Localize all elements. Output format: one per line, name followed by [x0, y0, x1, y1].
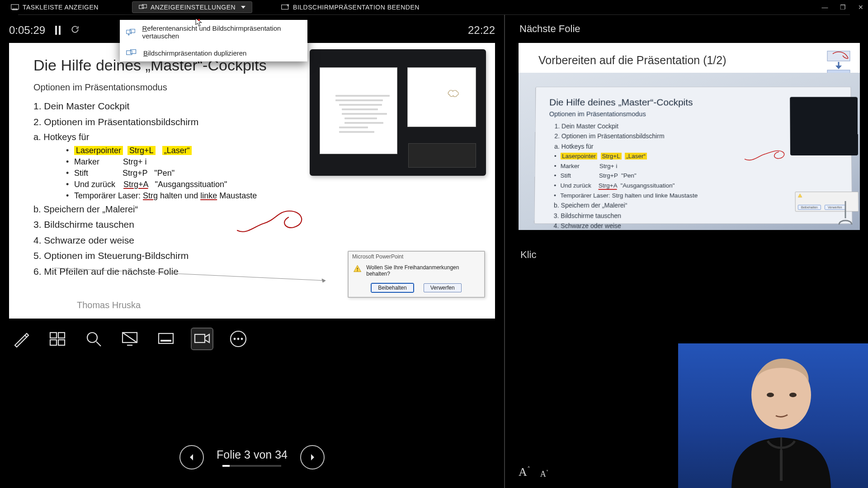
camera-toggle-button[interactable] — [192, 328, 212, 349]
increase-font-button[interactable]: A˄ — [519, 465, 530, 479]
show-taskbar-label: TASKLEISTE ANZEIGEN — [23, 4, 99, 11]
svg-rect-7 — [127, 30, 132, 34]
restore-button[interactable]: ❐ — [840, 4, 846, 11]
elapsed-time: 0:05:29 — [9, 24, 45, 37]
taskbar-icon — [11, 4, 19, 10]
window-controls: — ❐ ✕ — [822, 4, 864, 11]
svg-point-27 — [237, 338, 240, 340]
next-slide-button[interactable] — [300, 445, 325, 469]
svg-rect-23 — [160, 340, 171, 342]
more-options-button[interactable] — [228, 328, 249, 349]
current-time: 22:22 — [468, 24, 495, 37]
warning-icon — [353, 264, 362, 273]
slide-nav: Folie 3 von 34 — [0, 445, 504, 469]
notes-area[interactable]: Klic — [520, 249, 860, 261]
svg-point-18 — [87, 333, 97, 343]
timer-controls — [55, 24, 80, 37]
end-slideshow-label: BILDSCHIRMPRÄSENTATION BEENDEN — [293, 4, 420, 11]
slide-author: Thomas Hruska — [77, 300, 141, 310]
current-slide-pane: 0:05:29 22:22 Die Hilfe deines „Master“-… — [0, 15, 504, 488]
mouse-cursor-icon — [195, 18, 203, 29]
svg-rect-8 — [130, 29, 135, 33]
prev-slide-button[interactable] — [179, 445, 204, 469]
see-all-slides-button[interactable] — [47, 328, 68, 349]
svg-rect-10 — [131, 50, 136, 54]
current-slide[interactable]: Die Hilfe deines „Master“-Cockpits Optio… — [9, 43, 495, 319]
subtitle-toggle-button[interactable] — [156, 328, 176, 349]
svg-rect-16 — [50, 340, 57, 345]
show-taskbar-button[interactable]: TASKLEISTE ANZEIGEN — [5, 2, 105, 13]
monitors-icon — [139, 4, 147, 10]
slide-bullet: Temporärer Laser: Strg halten und linke … — [66, 190, 479, 202]
display-settings-dropdown: Referentenansicht und Bildschirmpräsenta… — [120, 20, 307, 61]
next-slide-heading: Nächste Folie — [519, 23, 860, 35]
black-screen-button[interactable] — [119, 328, 140, 349]
duplicate-monitors-icon — [126, 49, 137, 57]
svg-rect-9 — [127, 51, 132, 55]
swap-presenter-view-item[interactable]: Referentenansicht und Bildschirmpräsenta… — [120, 20, 307, 44]
svg-point-13 — [357, 270, 358, 271]
svg-rect-22 — [159, 333, 173, 343]
dialog-title: Microsoft PowerPoint — [349, 252, 484, 262]
duplicate-slideshow-item[interactable]: Bildschirmpräsentation duplizieren — [120, 44, 307, 61]
chevron-down-icon — [241, 6, 245, 9]
svg-line-19 — [96, 342, 101, 346]
display-settings-button[interactable]: ANZEIGEEINSTELLUNGEN — [132, 1, 252, 13]
red-scribble — [235, 206, 312, 237]
svg-rect-4 — [282, 5, 288, 9]
keep-ink-button[interactable]: Beibehalten — [371, 283, 413, 292]
display-settings-label: ANZEIGEEINSTELLUNGEN — [151, 4, 236, 11]
pause-timer-button[interactable] — [55, 26, 61, 35]
svg-rect-14 — [50, 333, 57, 338]
ink-save-dialog: Microsoft PowerPoint Wollen Sie Ihre Fre… — [348, 251, 485, 298]
reset-timer-button[interactable] — [71, 24, 80, 37]
svg-rect-17 — [58, 340, 65, 345]
webcam-feed[interactable] — [678, 343, 868, 488]
brain-icon — [447, 89, 462, 100]
pen-tool-button[interactable] — [11, 328, 32, 349]
minimize-button[interactable]: — — [822, 4, 829, 11]
svg-rect-15 — [58, 333, 65, 338]
end-show-icon — [281, 4, 289, 10]
decrease-font-button[interactable]: A˅ — [540, 469, 548, 479]
svg-point-28 — [241, 338, 243, 340]
svg-rect-0 — [11, 5, 19, 9]
svg-point-33 — [789, 393, 797, 397]
presenter-main: 0:05:29 22:22 Die Hilfe deines „Master“-… — [0, 15, 868, 488]
presenter-silhouette — [713, 345, 849, 488]
swap-monitors-icon — [126, 28, 136, 36]
monitor-stand-icon — [836, 200, 854, 225]
slide-progress — [222, 465, 281, 467]
svg-point-11 — [198, 19, 200, 21]
zoom-tool-button[interactable] — [83, 328, 104, 349]
dialog-message: Wollen Sie Ihre Freihandanmerkungen beha… — [366, 264, 480, 277]
close-button[interactable]: ✕ — [858, 4, 864, 11]
mini-cockpit-thumb — [790, 97, 858, 155]
slide-counter: Folie 3 von 34 — [217, 448, 288, 461]
next-slide-preview[interactable]: Vorbereiten auf die Präsentation (1/2) 1… — [519, 43, 860, 230]
slide-bullet: Und zurückStrg+A "Ausgangssituation" — [66, 179, 479, 190]
cockpit-screenshot — [310, 49, 486, 176]
notes-font-controls: A˄ A˅ — [519, 465, 548, 479]
discard-ink-button[interactable]: Verwerfen — [424, 283, 462, 292]
presenter-topbar: TASKLEISTE ANZEIGEN ANZEIGEEINSTELLUNGEN… — [0, 0, 868, 14]
projected-slide-photo: Die Hilfe deines „Master“-Cockpits Optio… — [519, 73, 860, 230]
swap-presenter-view-label: Referentenansicht und Bildschirmpräsenta… — [142, 24, 301, 40]
next-slide-pane: Nächste Folie Vorbereiten auf die Präsen… — [504, 15, 868, 488]
duplicate-slideshow-label: Bildschirmpräsentation duplizieren — [143, 49, 246, 57]
presenter-tools — [0, 319, 504, 359]
svg-point-26 — [234, 338, 236, 340]
next-slide-title: Vorbereiten auf die Präsentation (1/2) — [538, 54, 850, 67]
svg-rect-24 — [195, 334, 205, 343]
end-slideshow-button[interactable]: BILDSCHIRMPRÄSENTATION BEENDEN — [275, 2, 426, 13]
svg-point-32 — [767, 393, 774, 397]
annotation-leader-line — [54, 265, 339, 283]
